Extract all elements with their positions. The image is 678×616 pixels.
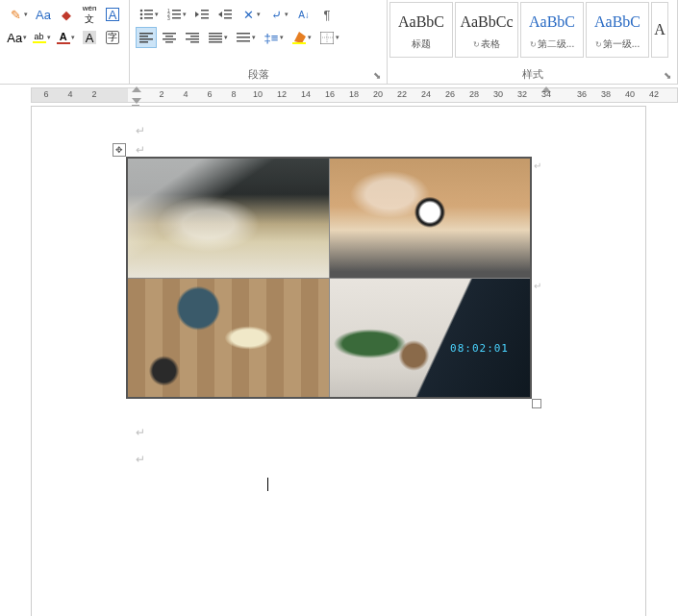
align-justify-button[interactable]: ▾ — [205, 27, 231, 48]
bullets-button[interactable]: ▾ — [136, 4, 162, 25]
ruler-tick: 24 — [421, 89, 431, 99]
svg-rect-12 — [201, 10, 209, 12]
ruler-tick: 4 — [67, 89, 72, 99]
decrease-indent-button[interactable] — [191, 4, 213, 25]
first-line-indent-marker[interactable] — [132, 86, 141, 92]
svg-rect-35 — [237, 37, 250, 38]
svg-rect-13 — [201, 13, 209, 15]
table-cell-image-4[interactable]: 08:02:01 — [330, 279, 531, 398]
svg-point-2 — [139, 13, 142, 16]
font-group: ✎▾ Aa ◆ wén文 A Aa▾ ab▾ A▾ A 字 — [0, 0, 130, 84]
svg-rect-9 — [172, 13, 181, 15]
phonetic-guide-button[interactable]: wén文 — [79, 4, 100, 25]
shading-button[interactable]: ▾ — [289, 27, 314, 48]
borders-button[interactable]: ▾ — [316, 27, 342, 48]
cell-mark: ↵ — [534, 160, 541, 171]
svg-rect-24 — [163, 38, 176, 40]
font-color-button[interactable]: A▾ — [55, 27, 77, 48]
svg-rect-17 — [224, 17, 232, 19]
ribbon-toolbar: ✎▾ Aa ◆ wén文 A Aa▾ ab▾ A▾ A 字 ▾ 123▾ ✕▾ … — [0, 0, 678, 85]
paragraph-mark — [136, 124, 145, 137]
table-resize-handle-icon[interactable] — [532, 399, 541, 408]
distribute-button[interactable]: ▾ — [233, 27, 259, 48]
numbering-button[interactable]: 123▾ — [163, 4, 189, 25]
ruler-tick: 42 — [649, 89, 659, 99]
change-case-button[interactable]: Aa▾ — [6, 27, 28, 48]
show-marks-button[interactable]: ¶ — [316, 4, 338, 25]
image-table[interactable]: ✥ ↵ ↵ ↵ 08:02:01↵ — [126, 157, 532, 399]
refresh-icon: ↻ — [530, 40, 537, 49]
text-cursor — [267, 478, 268, 491]
highlight-button[interactable]: ab▾ — [30, 27, 52, 48]
ruler-tick: 2 — [159, 89, 163, 99]
svg-point-4 — [139, 17, 142, 20]
sort-button[interactable]: A↓ — [293, 4, 314, 25]
ruler-tick: 20 — [373, 89, 383, 99]
table-cell-image-3[interactable] — [128, 279, 329, 398]
style-tile-table[interactable]: AaBbCc ↻表格 — [455, 2, 518, 58]
table-move-handle-icon[interactable]: ✥ — [113, 143, 126, 157]
ruler-tick: 14 — [301, 89, 311, 99]
svg-rect-31 — [209, 36, 222, 37]
svg-rect-11 — [172, 17, 181, 19]
format-painter-button[interactable]: ✎▾ — [6, 4, 31, 25]
style-tile-heading[interactable]: AaBbC 标题 — [389, 2, 453, 58]
svg-rect-27 — [190, 36, 199, 37]
svg-point-0 — [139, 10, 142, 12]
style-gallery[interactable]: AaBbC 标题 AaBbCc ↻表格 AaBbC ↻第二级... AaBbC … — [389, 2, 675, 58]
horizontal-ruler[interactable]: 6422468101214161820222426283032343638404… — [0, 85, 678, 106]
clear-format-button[interactable]: ◆ — [56, 4, 77, 25]
svg-rect-32 — [209, 38, 222, 40]
svg-rect-18 — [139, 33, 153, 35]
ruler-tick: 4 — [183, 89, 188, 99]
refresh-icon: ↻ — [595, 40, 602, 49]
document-area: ✥ ↵ ↵ ↵ 08:02:01↵ — [0, 106, 678, 616]
char-border-button[interactable]: A — [102, 4, 123, 25]
paragraph-group-label: 段落 — [130, 67, 387, 82]
table-cell-image-1[interactable] — [128, 159, 329, 278]
style-tile-level2[interactable]: AaBbC ↻第二级... — [520, 2, 584, 58]
svg-rect-14 — [201, 17, 209, 19]
increase-indent-button[interactable] — [214, 4, 236, 25]
line-spacing-button[interactable]: ‡≡▾ — [261, 27, 287, 48]
enclose-char-button[interactable]: 字 — [102, 27, 123, 48]
paragraph-group: ▾ 123▾ ✕▾ ⤶▾ A↓ ¶ ▾ ▾ ‡≡▾ ▾ ▾ 段落 ⬊ — [130, 0, 388, 84]
svg-rect-20 — [139, 38, 153, 40]
document-page[interactable]: ✥ ↵ ↵ ↵ 08:02:01↵ — [31, 106, 646, 616]
svg-rect-34 — [237, 33, 250, 35]
svg-rect-29 — [190, 41, 199, 43]
style-tile-level1[interactable]: AaBbC ↻第一级... — [586, 2, 649, 58]
svg-rect-15 — [224, 10, 232, 12]
svg-rect-28 — [186, 38, 199, 40]
svg-rect-25 — [165, 41, 173, 43]
svg-text:3: 3 — [167, 15, 170, 20]
ruler-tick: 38 — [601, 89, 611, 99]
line-break-button[interactable]: ⤶▾ — [265, 4, 291, 25]
char-shading-button[interactable]: A — [79, 27, 100, 48]
paragraph-launcher-icon[interactable]: ⬊ — [371, 69, 383, 81]
ruler-tick: 2 — [91, 89, 96, 99]
align-center-button[interactable] — [159, 27, 180, 48]
svg-rect-1 — [144, 10, 153, 12]
style-tile-more[interactable]: A — [651, 2, 668, 58]
paragraph-mark — [136, 453, 145, 466]
paragraph-mark — [136, 143, 145, 157]
styles-launcher-icon[interactable]: ⬊ — [662, 69, 673, 81]
case-button[interactable]: Aa — [33, 4, 54, 25]
svg-rect-16 — [224, 13, 232, 15]
align-right-button[interactable] — [182, 27, 203, 48]
ruler-tick: 16 — [325, 89, 335, 99]
cell-mark: ↵ — [534, 281, 541, 291]
svg-rect-19 — [139, 36, 148, 37]
ruler-tick: 6 — [43, 89, 48, 99]
align-left-button[interactable] — [136, 27, 157, 48]
table-cell-image-2[interactable] — [330, 159, 531, 278]
styles-group-label: 样式 — [388, 67, 677, 82]
svg-rect-26 — [186, 33, 199, 35]
styles-group: AaBbC 标题 AaBbCc ↻表格 AaBbC ↻第二级... AaBbC … — [388, 0, 678, 84]
hanging-indent-marker[interactable] — [132, 98, 141, 104]
svg-rect-37 — [292, 42, 306, 44]
ruler-tick: 40 — [625, 89, 635, 99]
asian-layout-button[interactable]: ✕▾ — [238, 4, 264, 25]
svg-rect-7 — [172, 10, 181, 12]
